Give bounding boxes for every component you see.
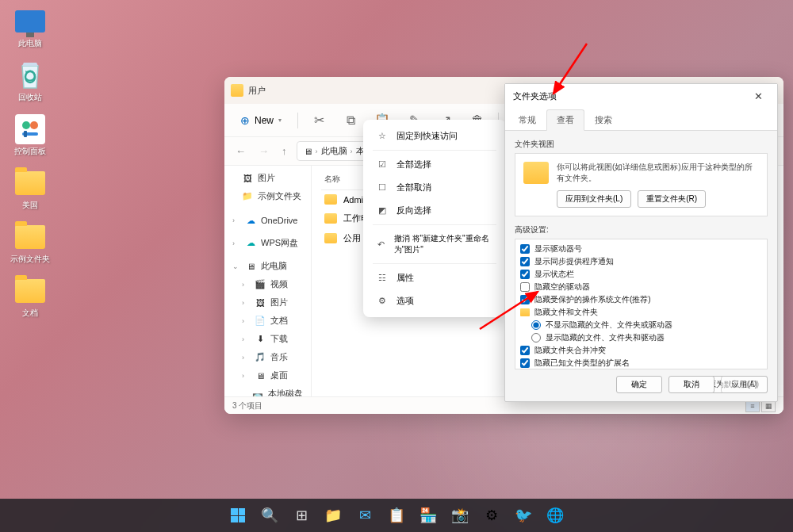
adv-item[interactable]: 显示状态栏 (520, 268, 762, 281)
sidebar-item[interactable]: ›⬇下载 (228, 330, 308, 348)
search-icon[interactable]: 🔍 (256, 502, 283, 529)
sidebar-item[interactable]: 📁示例文件夹 (228, 187, 308, 205)
sidebar-item[interactable]: ›📄文档 (228, 312, 308, 330)
ok-button[interactable]: 确定 (616, 376, 662, 393)
taskbar: 🔍 ⊞ 📁 ✉ 📋 🏪 📸 ⚙ 🐦 🌐 (0, 499, 793, 532)
taskbar-app[interactable]: 🐦 (510, 502, 537, 529)
taskbar-app[interactable]: ⚙ (478, 502, 505, 529)
nav-back-icon[interactable]: ← (232, 144, 249, 159)
reset-folders-button[interactable]: 重置文件夹(R) (638, 190, 706, 208)
options-icon: ⚙ (376, 296, 389, 306)
dialog-tabs: 常规 查看 搜索 (505, 109, 777, 131)
desktop-icon-folder-2[interactable]: 示例文件夹 (6, 222, 54, 265)
nav-up-icon[interactable]: ↑ (278, 144, 290, 159)
cut-icon[interactable]: ✂ (308, 109, 330, 132)
sidebar-item[interactable]: ›🎵音乐 (228, 348, 308, 366)
sidebar-item[interactable]: ›🎬视频 (228, 275, 308, 293)
dialog-title: 文件夹选项 (513, 90, 557, 102)
taskbar-app[interactable]: 📋 (383, 502, 410, 529)
taskbar-app[interactable]: 🏪 (415, 502, 442, 529)
taskbar-app[interactable]: 📸 (446, 502, 473, 529)
invert-icon: ◩ (376, 205, 389, 216)
folder-icon (231, 84, 243, 97)
adv-item[interactable]: 显示同步提供程序通知 (520, 255, 762, 268)
ctx-properties[interactable]: ☷属性 (368, 266, 501, 289)
desktop-icon-control-panel[interactable]: 控制面板 (6, 114, 54, 157)
desktop-icon-folder-3[interactable]: 文档 (6, 276, 54, 319)
apply-button[interactable]: 应用(A) (721, 376, 768, 393)
select-none-icon: ☐ (376, 182, 389, 193)
folder-view-box: 你可以将此视图(如详细信息或图标)应用于这种类型的所有文件夹。 应用到文件夹(L… (515, 153, 768, 216)
sidebar-item-thispc[interactable]: ⌄🖥此电脑 (228, 257, 308, 275)
ctx-invert[interactable]: ◩反向选择 (368, 199, 501, 222)
pc-icon: 🖥 (304, 147, 312, 156)
adv-group: 隐藏文件和文件夹 (520, 306, 762, 319)
dialog-close-button[interactable]: ✕ (748, 89, 769, 104)
taskbar-app[interactable]: 📁 (320, 502, 347, 529)
folder-view-description: 你可以将此视图(如详细信息或图标)应用于这种类型的所有文件夹。 (557, 162, 759, 184)
advanced-settings-list[interactable]: 显示驱动器号 显示同步提供程序通知 显示状态栏 隐藏空的驱动器 隐藏受保护的操作… (515, 239, 768, 369)
cancel-button[interactable]: 取消 (668, 376, 714, 393)
sidebar-item[interactable]: ›🖼图片 (228, 293, 308, 312)
sidebar: 🖼图片 📁示例文件夹 ›☁OneDrive ›☁WPS网盘 ⌄🖥此电脑 ›🎬视频… (224, 166, 312, 400)
ctx-pin[interactable]: ☆固定到快速访问 (368, 124, 501, 147)
desktop-icons: 此电脑 回收站 控制面板 美国 示例文件夹 文档 (6, 6, 54, 319)
folder-icon (520, 308, 530, 316)
desktop-icon-folder-1[interactable]: 美国 (6, 168, 54, 211)
adv-item[interactable]: 隐藏文件夹合并冲突 (520, 344, 762, 357)
nav-forward-icon[interactable]: → (255, 144, 272, 159)
taskbar-app[interactable]: 🌐 (542, 502, 569, 529)
adv-item[interactable]: 隐藏空的驱动器 (520, 281, 762, 293)
undo-icon: ↶ (376, 239, 386, 250)
tab-view[interactable]: 查看 (546, 109, 584, 131)
sidebar-item[interactable]: ›🖥桌面 (228, 366, 308, 385)
folder-icon (324, 213, 337, 224)
folder-icon (324, 194, 337, 205)
folder-icon (523, 162, 549, 184)
pin-icon: ☆ (376, 131, 389, 141)
adv-item[interactable]: 显示隐藏的文件、文件夹和驱动器 (520, 331, 762, 344)
ctx-undo[interactable]: ↶撤消 将"新建文件夹"重命名为"图片" (368, 228, 501, 261)
svg-rect-5 (24, 131, 27, 137)
sidebar-item-wps[interactable]: ›☁WPS网盘 (228, 234, 308, 252)
taskbar-app[interactable]: ✉ (351, 502, 378, 529)
folder-view-heading: 文件夹视图 (515, 139, 768, 150)
desktop-icon-this-pc[interactable]: 此电脑 (6, 6, 54, 49)
adv-item[interactable]: 显示驱动器号 (520, 243, 762, 255)
select-all-icon: ☑ (376, 159, 389, 170)
svg-point-2 (22, 121, 30, 129)
svg-point-3 (30, 121, 38, 129)
sidebar-item-onedrive[interactable]: ›☁OneDrive (228, 212, 308, 229)
context-menu: ☆固定到快速访问 ☑全部选择 ☐全部取消 ◩反向选择 ↶撤消 将"新建文件夹"重… (363, 120, 506, 317)
adv-item-highlighted[interactable]: 隐藏已知文件类型的扩展名 (520, 357, 762, 369)
tab-search[interactable]: 搜索 (584, 109, 623, 131)
adv-item[interactable]: 不显示隐藏的文件、文件夹或驱动器 (520, 319, 762, 331)
tab-general[interactable]: 常规 (508, 109, 546, 131)
advanced-settings-label: 高级设置: (515, 224, 768, 235)
ctx-select-all[interactable]: ☑全部选择 (368, 153, 501, 176)
properties-icon: ☷ (376, 273, 389, 283)
copy-icon[interactable]: ⧉ (339, 109, 362, 132)
window-title: 用户 (248, 85, 266, 97)
desktop-icon-recycle-bin[interactable]: 回收站 (6, 60, 54, 103)
start-button[interactable] (224, 502, 251, 529)
sidebar-item[interactable]: 🖼图片 (228, 169, 308, 187)
adv-item[interactable]: 隐藏受保护的操作系统文件(推荐) (520, 293, 762, 306)
folder-icon (324, 233, 337, 243)
new-button[interactable]: ⊕New▾ (234, 111, 288, 130)
task-view-icon[interactable]: ⊞ (288, 502, 315, 529)
ctx-select-none[interactable]: ☐全部取消 (368, 176, 501, 199)
item-count: 3 个项目 (232, 400, 262, 411)
ctx-options[interactable]: ⚙选项 (368, 289, 501, 312)
folder-options-dialog: 文件夹选项 ✕ 常规 查看 搜索 文件夹视图 你可以将此视图(如详细信息或图标)… (504, 83, 778, 402)
apply-to-folders-button[interactable]: 应用到文件夹(L) (557, 190, 631, 208)
